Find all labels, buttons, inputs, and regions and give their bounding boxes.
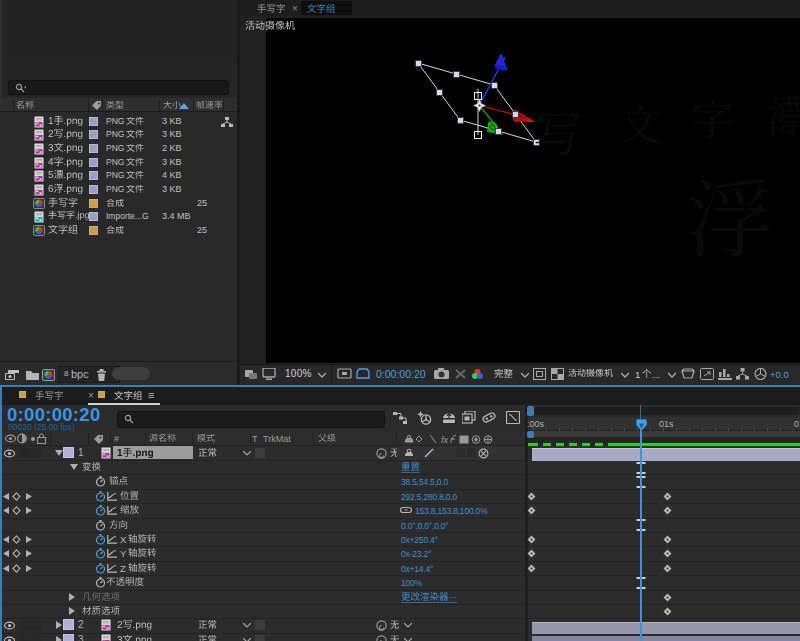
svg-text:fx: fx <box>441 435 449 445</box>
